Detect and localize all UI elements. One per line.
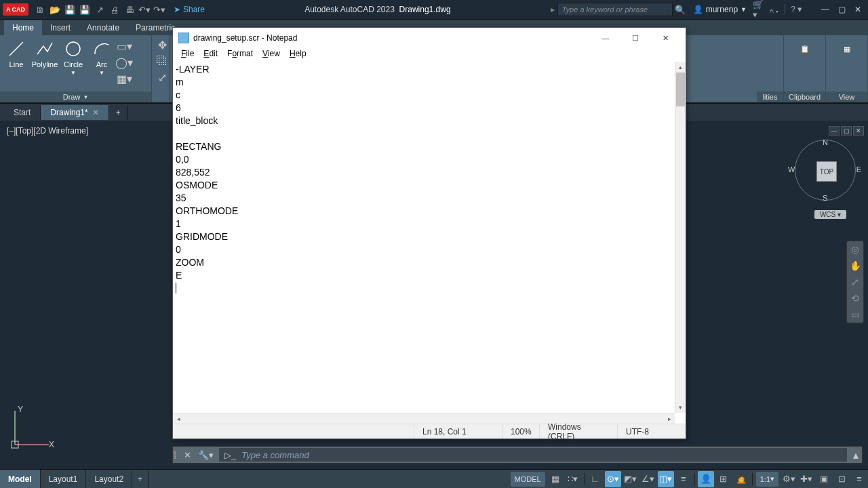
status-menu-icon[interactable]: ≡ xyxy=(851,471,867,487)
cmdbar-history-icon[interactable]: ▴ xyxy=(850,449,862,462)
menu-view[interactable]: View xyxy=(258,48,284,62)
tool-stretch-icon[interactable]: ⤢ xyxy=(155,70,170,85)
search-icon[interactable]: 🔍 xyxy=(673,3,687,16)
qat-new-icon[interactable]: 🗎 xyxy=(33,3,47,16)
notepad-minimize-button[interactable]: — xyxy=(591,28,620,47)
scroll-thumb[interactable] xyxy=(676,73,685,106)
app-close-button[interactable]: ✕ xyxy=(850,2,865,17)
viewcube-south[interactable]: S xyxy=(823,194,827,202)
wcs-indicator[interactable]: WCS ▾ xyxy=(814,210,846,219)
filetab-start[interactable]: Start xyxy=(4,105,41,120)
qat-open-icon[interactable]: 📂 xyxy=(48,3,62,16)
search-expand-icon[interactable]: ▸ xyxy=(551,5,555,14)
tool-line[interactable]: Line xyxy=(3,37,30,68)
status-isolate-icon[interactable]: ⊡ xyxy=(833,471,850,487)
notepad-text-content[interactable]: -LAYER m c 6 title_block RECTANG 0,0 828… xyxy=(173,62,675,413)
menu-help[interactable]: Help xyxy=(285,48,311,62)
cmdbar-drag-handle[interactable] xyxy=(173,451,180,459)
notepad-maximize-button[interactable]: ☐ xyxy=(620,28,650,47)
qat-web-icon[interactable]: ↗ xyxy=(93,3,106,16)
viewcube-west[interactable]: W xyxy=(788,165,795,174)
app-minimize-button[interactable]: — xyxy=(818,2,833,17)
nav-wheel-icon[interactable]: ◎ xyxy=(851,244,859,255)
cmdbar-customize-icon[interactable]: 🔧▾ xyxy=(195,450,216,460)
layout-tab-layout2[interactable]: Layout2 xyxy=(86,470,132,488)
status-snapmode-icon[interactable]: ∷▾ xyxy=(565,471,581,487)
vp-restore-button[interactable]: ▢ xyxy=(841,126,852,136)
menu-file[interactable]: File xyxy=(177,48,198,62)
qat-save-icon[interactable]: 💾 xyxy=(63,3,77,16)
status-model[interactable]: MODEL xyxy=(511,472,545,487)
notepad-close-button[interactable]: ✕ xyxy=(650,28,680,47)
notepad-vertical-scrollbar[interactable]: ▴ ▾ xyxy=(675,62,686,413)
status-gear-icon[interactable]: ⚙▾ xyxy=(781,471,797,487)
qat-redo-icon[interactable]: ↷▾ xyxy=(153,3,166,16)
layout-tab-add[interactable]: + xyxy=(132,470,149,488)
qat-undo-icon[interactable]: ↶▾ xyxy=(138,3,151,16)
cmdbar-close-icon[interactable]: ✕ xyxy=(180,450,195,460)
share-button[interactable]: ➤ Share xyxy=(174,5,205,14)
search-input[interactable]: Type a keyword or phrase xyxy=(557,3,673,16)
ribbon-tab-annotate[interactable]: Annotate xyxy=(79,20,127,35)
status-lineweight-icon[interactable]: ≡ xyxy=(675,471,692,487)
status-isodraft-icon[interactable]: ◩▾ xyxy=(623,471,639,487)
command-input[interactable]: ▷_ Type a command xyxy=(219,448,847,462)
notepad-horizontal-scrollbar[interactable]: ◂ ▸ xyxy=(173,413,675,424)
status-units-icon[interactable]: ✚▾ xyxy=(798,471,814,487)
status-osnap-icon[interactable]: ◫▾ xyxy=(658,471,674,487)
menu-format[interactable]: Format xyxy=(223,48,257,62)
user-account[interactable]: 👤 murnenp ▼ xyxy=(693,5,747,14)
layout-tab-model[interactable]: Model xyxy=(0,470,41,488)
status-ortho-icon[interactable]: ∟ xyxy=(587,471,604,487)
ribbon-tab-home[interactable]: Home xyxy=(4,20,42,35)
nav-showmotion-icon[interactable]: ▭ xyxy=(851,309,860,320)
nav-zoom-icon[interactable]: ⤢ xyxy=(851,277,859,287)
close-icon[interactable]: ✕ xyxy=(92,108,99,117)
status-quickprops-icon[interactable]: ▣ xyxy=(816,471,832,487)
layout-tab-layout1[interactable]: Layout1 xyxy=(41,470,87,488)
viewcube-east[interactable]: E xyxy=(856,165,861,174)
scroll-up-icon[interactable]: ▴ xyxy=(675,62,686,73)
tool-paste-icon[interactable]: 📋 xyxy=(791,37,818,59)
qat-print-icon[interactable]: 🖶 xyxy=(123,3,136,16)
tool-hatch-icon[interactable]: ▦▾ xyxy=(117,71,132,86)
app-icon[interactable]: ⍲▾ xyxy=(768,3,781,16)
nav-orbit-icon[interactable]: ⟲ xyxy=(851,293,859,304)
viewcube[interactable]: TOP N S W E xyxy=(795,140,856,201)
scroll-left-icon[interactable]: ◂ xyxy=(173,413,184,424)
scroll-down-icon[interactable]: ▾ xyxy=(675,402,686,413)
qat-plot-icon[interactable]: 🖨 xyxy=(108,3,121,16)
utilities-label[interactable]: lities xyxy=(757,92,783,102)
ribbon-panel-draw-label[interactable]: Draw▼ xyxy=(0,92,151,102)
status-polar-icon[interactable]: ⊙▾ xyxy=(605,471,621,487)
tool-ellipse-icon[interactable]: ◯▾ xyxy=(117,55,132,70)
viewport-controls[interactable]: [–][Top][2D Wireframe] xyxy=(7,126,88,136)
viewcube-face[interactable]: TOP xyxy=(816,161,837,182)
tool-copy-icon[interactable]: ⿻ xyxy=(155,54,170,68)
tool-polyline[interactable]: Polyline xyxy=(31,37,58,68)
tool-arc[interactable]: Arc▼ xyxy=(88,37,115,76)
status-cycling-icon[interactable]: ⊞ xyxy=(715,471,732,487)
scroll-right-icon[interactable]: ▸ xyxy=(664,413,675,424)
ribbon-tab-insert[interactable]: Insert xyxy=(42,20,79,35)
notepad-editor[interactable]: -LAYER m c 6 title_block RECTANG 0,0 828… xyxy=(173,62,686,424)
filetab-drawing1[interactable]: Drawing1*✕ xyxy=(41,105,108,120)
cart-icon[interactable]: 🛒▾ xyxy=(753,3,766,16)
status-3dosnap-icon[interactable]: 🙍 xyxy=(733,471,749,487)
tool-rectangle-icon[interactable]: ▭▾ xyxy=(117,39,132,54)
vp-minimize-button[interactable]: — xyxy=(829,126,840,136)
help-icon[interactable]: ？▾ xyxy=(789,3,802,16)
tool-circle[interactable]: Circle▼ xyxy=(60,37,87,76)
tool-move-icon[interactable]: ✥ xyxy=(155,37,170,52)
qat-saveas-icon[interactable]: 💾 xyxy=(78,3,92,16)
notepad-titlebar[interactable]: drawing_setup.scr - Notepad — ☐ ✕ xyxy=(173,28,686,48)
clipboard-label[interactable]: Clipboard xyxy=(784,92,825,102)
viewcube-north[interactable]: N xyxy=(823,138,828,146)
vp-close-button[interactable]: ✕ xyxy=(853,126,864,136)
status-annoscale[interactable]: 1:1▾ xyxy=(756,472,778,487)
status-transparency-icon[interactable]: 👤 xyxy=(698,471,714,487)
app-restore-button[interactable]: ▢ xyxy=(834,2,849,17)
status-autosnap-icon[interactable]: ∠▾ xyxy=(640,471,656,487)
filetab-add-button[interactable]: + xyxy=(109,105,128,120)
menu-edit[interactable]: Edit xyxy=(199,48,222,62)
